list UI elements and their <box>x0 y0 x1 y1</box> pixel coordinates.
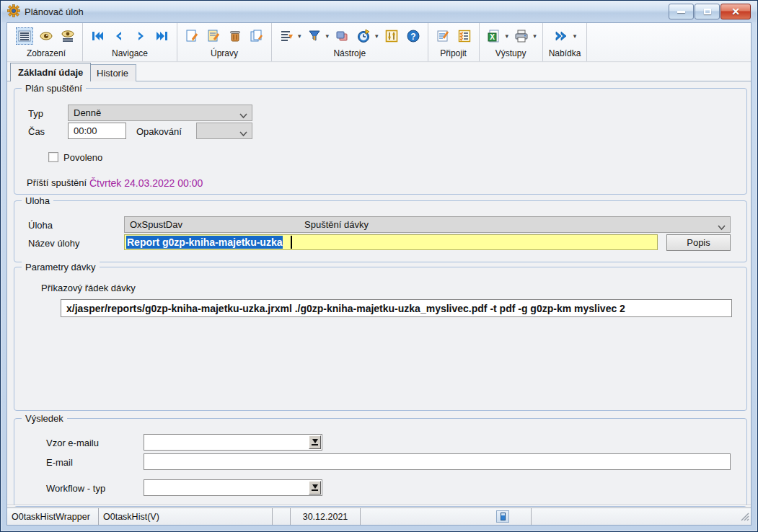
eye-icon[interactable] <box>38 27 55 45</box>
groupbox-legend: Parametry dávky <box>22 262 100 272</box>
attach-list-icon[interactable] <box>456 27 473 45</box>
groupbox-vysledek: Výsledek Vzor e-mailu E-mail Workflow - … <box>14 418 747 507</box>
view-list-icon[interactable] <box>16 27 33 45</box>
toolbar-group-vystupy: X ▾ ▾ Výstupy <box>480 23 543 61</box>
toolbar: Zobrazení Navigace <box>7 23 751 62</box>
uloha-label: Úloha <box>28 220 53 231</box>
popis-button[interactable]: Popis <box>666 234 731 251</box>
print-icon[interactable] <box>513 27 530 45</box>
toolbar-group-nabidka: ▾ Nabídka <box>543 23 588 61</box>
statusbar-divider <box>7 505 751 506</box>
groupbox-legend: Uloha <box>22 195 53 206</box>
tabbar: Základní údaje Historie <box>7 63 751 81</box>
email-input[interactable] <box>144 453 731 470</box>
dropdown-arrow-icon[interactable]: ▾ <box>506 32 509 40</box>
help-icon[interactable]: ? <box>405 27 422 45</box>
svg-text:?: ? <box>410 32 415 42</box>
typ-combobox[interactable]: Denně <box>68 105 252 121</box>
cas-label: Čas <box>28 126 45 137</box>
toolbar-group-label: Nabídka <box>549 46 581 58</box>
excel-export-icon[interactable]: X <box>485 27 503 45</box>
record-indicator-icon[interactable] <box>496 510 509 523</box>
dropdown-arrow-icon[interactable]: ▾ <box>573 32 577 40</box>
chevron-down-icon <box>718 222 726 233</box>
groupbox-legend: Výsledek <box>22 413 67 424</box>
settings-icon[interactable] <box>383 27 400 45</box>
typ-value: Denně <box>74 107 101 118</box>
opakovani-combobox[interactable] <box>196 123 252 139</box>
previous-record-icon[interactable] <box>110 27 128 45</box>
drop-arrow-icon <box>312 439 318 443</box>
resize-grip[interactable] <box>739 511 749 523</box>
selected-text: Report g0zp-kniha-majetku-uzka <box>126 236 283 249</box>
titlebar: Plánovač úloh ✕ <box>1 1 757 22</box>
prikazovy-radek-input[interactable]: x/jasper/reports/g0zp-kniha-majetku-uzka… <box>61 299 732 317</box>
toolbar-group-navigace: Navigace <box>83 23 177 61</box>
nazev-ulohy-label: Název úlohy <box>28 238 80 249</box>
maximize-button[interactable] <box>695 4 720 19</box>
workflow-typ-combobox[interactable] <box>144 479 322 496</box>
status-wrapper-cell: O0taskHistWrapper <box>7 508 99 525</box>
pristi-spusteni-value: Čtvrtek 24.03.2022 00:00 <box>89 177 203 189</box>
window: Plánovač úloh ✕ <box>0 0 758 532</box>
dropdown-arrow-icon[interactable]: ▾ <box>326 32 330 40</box>
toolbar-group-label: Úpravy <box>183 46 265 58</box>
minimize-button[interactable] <box>669 4 694 19</box>
first-record-icon[interactable] <box>89 27 106 45</box>
maximize-icon <box>704 9 711 14</box>
uloha-code: OxSpustDav <box>130 219 182 230</box>
eye-rows-icon[interactable] <box>59 27 76 45</box>
minimize-icon <box>677 11 685 13</box>
attach-note-icon[interactable] <box>434 27 451 45</box>
cas-input[interactable]: 00:00 <box>68 123 126 139</box>
uloha-combobox[interactable]: OxSpustDav Spuštění dávky <box>124 216 731 233</box>
nazev-ulohy-input[interactable]: Report g0zp-kniha-majetku-uzka <box>124 234 658 250</box>
toolbar-group-label: Navigace <box>89 46 171 58</box>
dropdown-button[interactable] <box>309 435 321 449</box>
delete-record-icon[interactable] <box>226 27 244 45</box>
dropdown-button[interactable] <box>309 481 321 495</box>
chevron-down-icon <box>239 128 247 139</box>
copy-record-icon[interactable] <box>248 27 265 45</box>
toolbar-group-label: Výstupy <box>485 46 537 58</box>
drop-arrow-icon <box>312 489 318 491</box>
tab-historie[interactable]: Historie <box>89 64 136 81</box>
groupbox-uloha: Uloha Úloha OxSpustDav Spuštění dávky Ná… <box>14 200 747 262</box>
vzor-emailu-label: Vzor e-mailu <box>46 438 99 448</box>
sort-icon[interactable] <box>278 27 295 45</box>
povoleno-checkbox[interactable] <box>48 152 58 162</box>
prikazovy-radek-label: Příkazový řádek dávky <box>41 283 136 293</box>
dropdown-arrow-icon[interactable]: ▾ <box>533 32 537 40</box>
edit-record-icon[interactable] <box>205 27 222 45</box>
status-date-cell: 30.12.2021 <box>291 508 361 525</box>
povoleno-label: Povoleno <box>63 152 102 163</box>
close-button[interactable]: ✕ <box>720 4 751 19</box>
relations-icon[interactable] <box>333 27 351 45</box>
status-table-cell: O0taskHist(V) <box>99 508 273 525</box>
svg-text:X: X <box>490 33 495 41</box>
typ-label: Typ <box>28 108 43 119</box>
vzor-emailu-combobox[interactable] <box>144 434 322 451</box>
dropdown-arrow-icon[interactable]: ▾ <box>298 32 301 40</box>
toolbar-group-label: Zobrazení <box>16 46 76 58</box>
window-title: Plánovač úloh <box>25 6 84 17</box>
toolbar-group-pripojit: Připojit <box>428 23 480 61</box>
toolbar-group-upravy: Úpravy <box>177 23 272 61</box>
app-frame: Zobrazení Navigace <box>6 22 752 526</box>
next-record-icon[interactable] <box>132 27 149 45</box>
opakovani-label: Opakování <box>136 126 182 137</box>
filter-icon[interactable] <box>306 27 323 45</box>
tab-zakladni-udaje[interactable]: Základní údaje <box>10 63 91 81</box>
statusbar: O0taskHistWrapper O0taskHist(V) 30.12.20… <box>7 507 751 525</box>
last-record-icon[interactable] <box>154 27 171 45</box>
new-record-icon[interactable] <box>183 27 200 45</box>
dropdown-arrow-icon[interactable]: ▾ <box>375 32 379 40</box>
email-label: E-mail <box>46 457 73 468</box>
status-empty-cell <box>273 508 291 525</box>
scheduler-icon[interactable] <box>355 27 372 45</box>
pristi-spusteni-label: Příští spuštění <box>27 177 87 188</box>
menu-more-icon[interactable] <box>553 27 570 45</box>
groupbox-parametry-davky: Parametry dávky Příkazový řádek dávky x/… <box>14 267 747 411</box>
text-caret <box>291 236 292 249</box>
close-icon: ✕ <box>731 6 740 17</box>
